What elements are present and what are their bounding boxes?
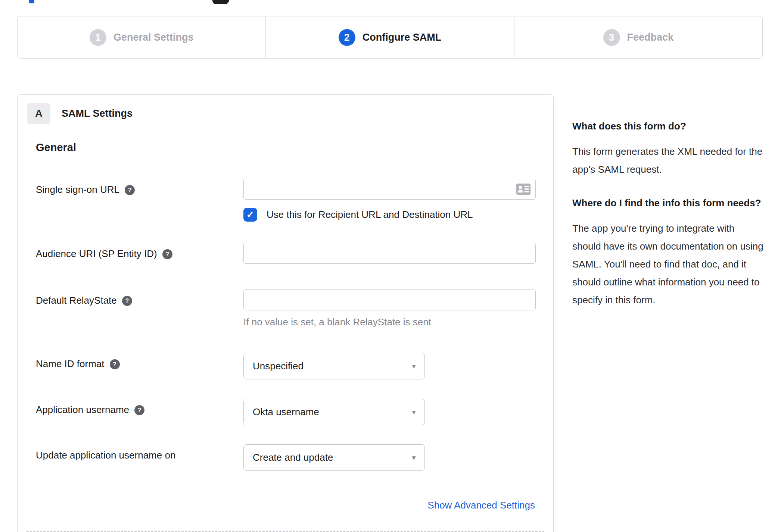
help-icon[interactable]: ?	[110, 359, 120, 369]
step-3-label: Feedback	[627, 32, 674, 43]
help-icon[interactable]: ?	[125, 185, 135, 195]
recipient-url-checkbox-row: ✓ Use this for Recipient URL and Destina…	[243, 208, 473, 222]
audience-uri-input[interactable]	[243, 243, 536, 264]
chevron-down-icon: ▼	[411, 363, 417, 369]
audience-uri-label: Audience URI (SP Entity ID)	[36, 248, 157, 260]
sso-url-input-wrap	[243, 179, 536, 200]
contact-card-icon	[516, 184, 530, 195]
recipient-url-checkbox-label: Use this for Recipient URL and Destinati…	[267, 209, 473, 220]
step-configure-saml[interactable]: 2 Configure SAML	[265, 16, 514, 58]
application-username-label: Application username	[36, 404, 129, 416]
section-title: SAML Settings	[62, 108, 133, 119]
relay-state-label: Default RelayState	[36, 295, 117, 306]
step-2-circle: 2	[339, 29, 355, 46]
help-panel: What does this form do? This form genera…	[572, 118, 764, 309]
sso-url-label: Single sign-on URL	[36, 184, 119, 195]
audience-uri-input-wrap	[243, 243, 536, 264]
help-q1-body: This form generates the XML needed for t…	[572, 143, 764, 178]
application-username-row: Application username ? Okta username ▼	[36, 399, 425, 425]
help-q2-body: The app you're trying to integrate with …	[572, 219, 764, 309]
update-username-row: Update application username on Create an…	[36, 444, 425, 471]
section-header: A SAML Settings	[27, 103, 133, 124]
update-username-label: Update application username on	[36, 450, 175, 461]
chevron-down-icon: ▼	[411, 409, 417, 415]
name-id-format-row: Name ID format ? Unspecified ▼	[36, 353, 425, 379]
step-2-label: Configure SAML	[363, 32, 441, 43]
sso-url-label-wrap: Single sign-on URL ?	[36, 179, 243, 195]
name-id-format-label: Name ID format	[36, 358, 105, 370]
section-a-badge: A	[27, 103, 50, 124]
sso-url-row: Single sign-on URL ?	[36, 179, 536, 200]
help-q2-title: Where do I find the info this form needs…	[572, 195, 764, 212]
chevron-down-icon: ▼	[411, 454, 417, 461]
update-username-select[interactable]: Create and update ▼	[243, 444, 425, 471]
general-heading: General	[36, 141, 76, 154]
application-username-value: Okta username	[253, 406, 319, 418]
update-username-label-wrap: Update application username on	[36, 444, 243, 461]
help-icon[interactable]: ?	[134, 405, 144, 415]
cutoff-blue-tab-fragment	[29, 0, 34, 3]
saml-settings-card: A SAML Settings General Single sign-on U…	[17, 94, 554, 532]
application-username-label-wrap: Application username ?	[36, 399, 243, 416]
step-1-circle: 1	[90, 29, 106, 46]
application-username-select[interactable]: Okta username ▼	[243, 399, 425, 425]
show-advanced-settings-link[interactable]: Show Advanced Settings	[427, 500, 535, 511]
sso-url-input[interactable]	[243, 179, 536, 200]
help-icon[interactable]: ?	[162, 249, 172, 259]
recipient-url-checkbox[interactable]: ✓	[243, 208, 257, 222]
relay-state-input-wrap	[243, 290, 536, 310]
name-id-format-select[interactable]: Unspecified ▼	[243, 353, 425, 379]
step-feedback[interactable]: 3 Feedback	[514, 16, 762, 58]
step-general-settings[interactable]: 1 General Settings	[18, 16, 265, 58]
relay-state-input[interactable]	[243, 290, 536, 310]
cutoff-dark-logo-fragment	[212, 0, 229, 4]
wizard-stepper: 1 General Settings 2 Configure SAML 3 Fe…	[17, 16, 763, 59]
help-icon[interactable]: ?	[122, 296, 132, 306]
relay-state-helper-text: If no value is set, a blank RelayState i…	[243, 316, 431, 328]
name-id-format-label-wrap: Name ID format ?	[36, 353, 243, 370]
step-1-label: General Settings	[113, 32, 194, 43]
update-username-value: Create and update	[253, 452, 333, 463]
relay-state-row: Default RelayState ?	[36, 290, 536, 310]
relay-state-label-wrap: Default RelayState ?	[36, 290, 243, 306]
name-id-format-value: Unspecified	[253, 360, 304, 372]
step-3-circle: 3	[603, 29, 620, 46]
audience-uri-label-wrap: Audience URI (SP Entity ID) ?	[36, 243, 243, 260]
audience-uri-row: Audience URI (SP Entity ID) ?	[36, 243, 536, 264]
help-q1-title: What does this form do?	[572, 118, 764, 135]
